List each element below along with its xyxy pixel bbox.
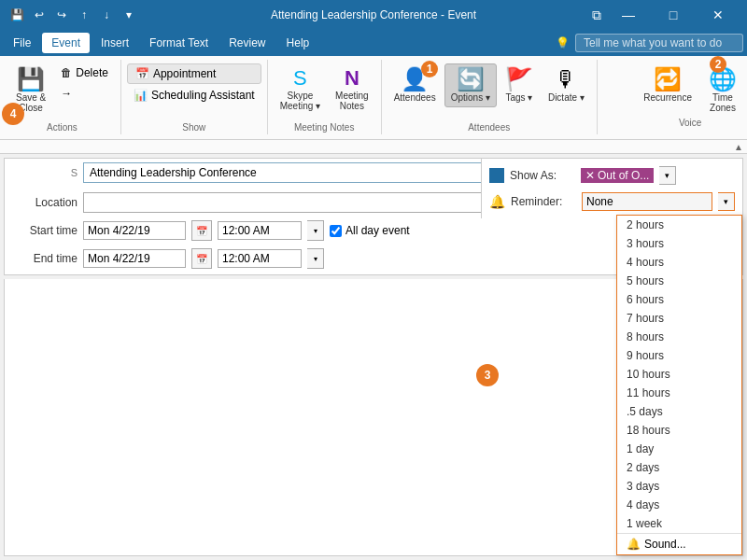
meeting-notes-buttons: S SkypeMeeting ▾ N MeetingNotes	[274, 60, 375, 120]
reminder-option-6h[interactable]: 6 hours	[617, 290, 741, 309]
reminder-option-11h[interactable]: 11 hours	[617, 384, 741, 402]
ribbon-group-show: 📅 Appointment 📊 Scheduling Assistant Sho…	[121, 60, 268, 134]
all-day-label: All day event	[330, 224, 410, 237]
attendees-button[interactable]: 👤 1 Attendees	[388, 63, 443, 107]
reminder-option-1w[interactable]: 1 week	[617, 514, 741, 533]
reminder-dropdown-button[interactable]: ▾	[718, 192, 735, 211]
forward-button[interactable]: →	[54, 84, 115, 103]
show-buttons: 📅 Appointment 📊 Scheduling Assistant	[127, 60, 261, 120]
tell-me-input[interactable]	[575, 34, 743, 52]
scheduling-button[interactable]: 📊 Scheduling Assistant	[127, 86, 261, 105]
upload-icon[interactable]: ↑	[75, 6, 93, 24]
meeting-notes-button[interactable]: N MeetingNotes	[329, 63, 375, 116]
reminder-sound-button[interactable]: 🔔 Sound...	[617, 533, 741, 554]
ribbon: 4 💾 Save &Close 🗑 Delete →	[0, 56, 747, 140]
close-button[interactable]: ✕	[697, 0, 740, 30]
restore-icon[interactable]: ⧉	[592, 7, 601, 23]
show-as-color-badge	[489, 168, 504, 183]
recurrence-button[interactable]: 🔁 Recurrence	[637, 63, 698, 118]
menu-insert[interactable]: Insert	[92, 33, 138, 53]
tags-label: Tags ▾	[505, 92, 532, 103]
meeting-notes-label: MeetingNotes	[335, 91, 369, 111]
delete-label: Delete	[76, 66, 108, 79]
oof-icon: ✕	[585, 169, 595, 182]
menu-format-text[interactable]: Format Text	[140, 33, 218, 53]
step-3-badge: 3	[476, 364, 499, 386]
start-time-input[interactable]	[218, 221, 302, 240]
reminder-option-3h[interactable]: 3 hours	[617, 234, 741, 253]
options-icon: 🔄	[457, 68, 485, 91]
redo-icon[interactable]: ↪	[52, 6, 71, 24]
reminder-option-2h[interactable]: 2 hours	[617, 216, 741, 234]
end-date-calendar-button[interactable]: 📅	[191, 248, 212, 269]
start-time-dropdown-button[interactable]: ▾	[307, 220, 324, 241]
reminder-option-18h[interactable]: 18 hours	[617, 421, 741, 440]
save-icon[interactable]: 💾	[7, 6, 26, 24]
title-bar: 💾 ↩ ↪ ↑ ↓ ▾ Attending Leadership Confere…	[0, 0, 747, 30]
lightbulb-icon: 💡	[556, 36, 570, 49]
reminder-option-4d[interactable]: 4 days	[617, 496, 741, 514]
ribbon-collapse-icon[interactable]: ▲	[734, 142, 743, 152]
reminder-option-7h[interactable]: 7 hours	[617, 309, 741, 328]
maximize-button[interactable]: □	[652, 0, 695, 30]
menu-review[interactable]: Review	[219, 33, 275, 53]
start-date-calendar-button[interactable]: 📅	[191, 220, 212, 241]
minimize-button[interactable]: —	[607, 0, 650, 30]
end-time-dropdown-button[interactable]: ▾	[307, 248, 324, 269]
ribbon-group-attendees: 👤 1 Attendees 🔄 Options ▾ 🚩 Tags ▾	[382, 60, 598, 134]
location-label: Location	[12, 196, 78, 209]
time-zones-button[interactable]: 🌐 TimeZones	[702, 63, 743, 118]
end-time-input[interactable]	[218, 249, 302, 268]
reminder-option-1d[interactable]: 1 day	[617, 440, 741, 458]
reminder-option-5h[interactable]: 5 hours	[617, 272, 741, 290]
end-date-input[interactable]	[83, 249, 186, 268]
delete-icon: 🗑	[61, 66, 72, 79]
onenote-icon: N	[345, 68, 359, 89]
reminder-option-10h[interactable]: 10 hours	[617, 365, 741, 384]
tags-button[interactable]: 🚩 Tags ▾	[499, 63, 540, 107]
menu-file[interactable]: File	[4, 33, 40, 53]
scheduling-label: Scheduling Assistant	[151, 89, 255, 102]
meeting-notes-group-label: Meeting Notes	[294, 120, 354, 134]
end-time-label: End time	[12, 252, 78, 265]
reminder-option-9h[interactable]: 9 hours	[617, 346, 741, 365]
menu-bar: File Event Insert Format Text Review Hel…	[0, 30, 747, 56]
start-time-label: Start time	[12, 224, 78, 237]
reminder-dropdown-list: 2 hours 3 hours 4 hours 5 hours 6 hours …	[617, 216, 741, 533]
skype-meeting-button[interactable]: S SkypeMeeting ▾	[274, 63, 327, 116]
out-of-office-badge: ✕ Out of O...	[581, 168, 654, 183]
reminder-option-2d[interactable]: 2 days	[617, 458, 741, 477]
skype-icon: S	[293, 68, 307, 89]
appointment-button[interactable]: 📅 Appointment	[127, 63, 261, 84]
event-form: S Location Start time 📅 ▾ All day event …	[4, 158, 743, 275]
reminder-input[interactable]	[582, 192, 712, 211]
step-4-badge: 4	[2, 103, 24, 125]
undo-icon[interactable]: ↩	[30, 6, 49, 24]
skype-label: SkypeMeeting ▾	[280, 91, 320, 111]
customize-icon[interactable]: ▾	[120, 6, 138, 24]
ribbon-group-meeting-notes: S SkypeMeeting ▾ N MeetingNotes Meeting …	[268, 60, 382, 134]
step-1-badge: 1	[421, 61, 438, 77]
reminder-option-4h[interactable]: 4 hours	[617, 253, 741, 272]
menu-help[interactable]: Help	[277, 33, 319, 53]
appointment-label: Appointment	[153, 67, 216, 80]
show-as-dropdown-button[interactable]: ▾	[659, 166, 676, 185]
reminder-option-3d[interactable]: 3 days	[617, 477, 741, 496]
dictate-button[interactable]: 🎙 Dictate ▾	[542, 63, 591, 107]
download-icon[interactable]: ↓	[97, 6, 116, 24]
window-title: Attending Leadership Conference - Event	[271, 8, 476, 21]
voice-group-label: Voice	[637, 118, 743, 130]
tags-icon: 🚩	[505, 68, 533, 91]
show-as-reminder-panel: Show As: ✕ Out of O... ▾ 🔔 Reminder: ▾ 2…	[481, 159, 742, 218]
delete-button[interactable]: 🗑 Delete	[54, 63, 115, 82]
menu-event[interactable]: Event	[42, 33, 90, 53]
reminder-bell-icon: 🔔	[489, 194, 505, 209]
start-date-input[interactable]	[83, 221, 186, 240]
save-close-icon: 💾	[17, 68, 45, 91]
all-day-checkbox[interactable]	[330, 225, 342, 237]
reminder-option-8h[interactable]: 8 hours	[617, 328, 741, 346]
reminder-option-half-day[interactable]: .5 days	[617, 402, 741, 421]
show-group-label: Show	[182, 120, 205, 134]
attendees-group-label: Attendees	[468, 120, 510, 134]
options-button[interactable]: 🔄 Options ▾	[444, 63, 497, 107]
